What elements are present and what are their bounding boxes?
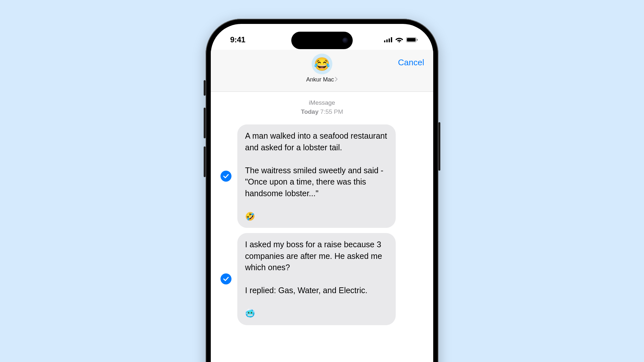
check-icon xyxy=(223,174,229,178)
svg-rect-3 xyxy=(391,37,392,42)
battery-icon xyxy=(406,37,418,42)
status-time: 9:41 xyxy=(230,35,245,44)
contact-name: Ankur Mac xyxy=(306,76,334,83)
svg-rect-1 xyxy=(386,39,388,42)
front-camera xyxy=(342,37,348,43)
volume-down-button xyxy=(204,146,206,177)
power-button xyxy=(438,122,440,171)
message-bubble[interactable]: I asked my boss for a raise because 3 co… xyxy=(237,233,396,325)
cancel-button[interactable]: Cancel xyxy=(398,58,424,68)
message-bubble[interactable]: A man walked into a seafood restaurant a… xyxy=(237,124,396,228)
mute-switch xyxy=(204,80,206,96)
svg-rect-6 xyxy=(407,38,416,42)
service-label: iMessage xyxy=(219,98,425,107)
svg-rect-2 xyxy=(389,38,390,42)
message-thread[interactable]: iMessage Today 7:55 PM A man walked into… xyxy=(211,92,433,362)
message-row[interactable]: A man walked into a seafood restaurant a… xyxy=(219,124,425,228)
phone-frame: 9:41 xyxy=(206,19,438,362)
contact-avatar: 😂 xyxy=(312,54,332,74)
selection-checkmark[interactable] xyxy=(220,273,231,284)
screen: 9:41 xyxy=(211,24,433,362)
dynamic-island xyxy=(291,32,353,49)
svg-rect-7 xyxy=(417,39,418,41)
check-icon xyxy=(223,277,229,281)
status-right xyxy=(384,37,418,42)
message-row[interactable]: I asked my boss for a raise because 3 co… xyxy=(219,233,425,325)
selection-checkmark[interactable] xyxy=(220,171,231,182)
svg-point-4 xyxy=(399,41,400,42)
cellular-icon xyxy=(384,37,392,42)
nav-header: 😂 Ankur Mac Cancel xyxy=(211,50,433,92)
time-label: 7:55 PM xyxy=(320,108,343,115)
avatar-emoji: 😂 xyxy=(314,57,330,72)
contact-button[interactable]: 😂 Ankur Mac xyxy=(306,54,338,83)
chevron-right-icon xyxy=(335,77,338,83)
svg-rect-0 xyxy=(384,40,385,42)
thread-meta: iMessage Today 7:55 PM xyxy=(219,98,425,116)
volume-up-button xyxy=(204,108,206,138)
wifi-icon xyxy=(395,37,403,42)
stage: 9:41 xyxy=(0,0,644,362)
day-label: Today xyxy=(301,108,319,115)
